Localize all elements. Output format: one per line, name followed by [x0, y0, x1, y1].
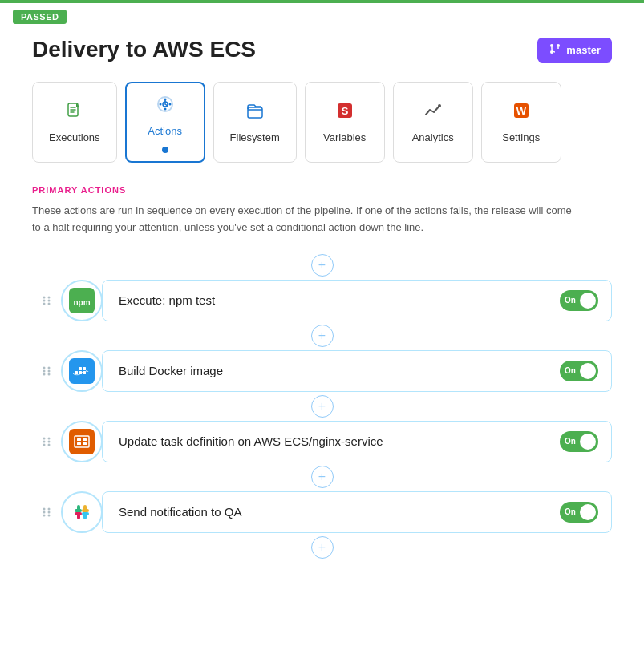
- tab-settings[interactable]: W Settings: [481, 82, 561, 163]
- svg-rect-33: [79, 367, 82, 370]
- variables-icon: S: [335, 101, 354, 125]
- action-row-4: Send notification to QA On: [32, 490, 612, 535]
- docker-icon: [69, 358, 95, 384]
- tab-executions-label: Executions: [49, 131, 100, 143]
- tab-settings-label: Settings: [502, 131, 540, 143]
- ecs-icon: [69, 429, 95, 454]
- primary-actions-desc: These actions are run in sequence on eve…: [32, 203, 577, 236]
- toggle-1[interactable]: On: [560, 290, 598, 311]
- svg-point-23: [43, 366, 46, 369]
- svg-point-7: [159, 103, 161, 106]
- action-card-4[interactable]: Send notification to QA On: [102, 491, 612, 533]
- tab-variables[interactable]: S Variables: [305, 82, 385, 163]
- svg-point-39: [43, 443, 46, 446]
- tab-variables-label: Variables: [323, 131, 366, 143]
- branch-badge[interactable]: master: [537, 38, 612, 63]
- filesystem-icon: [245, 101, 265, 125]
- action-row-3: Update task definition on AWS ECS/nginx-…: [32, 419, 612, 464]
- svg-point-1: [557, 44, 560, 47]
- svg-point-65: [83, 512, 87, 515]
- svg-point-12: [438, 104, 441, 107]
- action-icon-2: [61, 350, 103, 392]
- add-action-button-0[interactable]: +: [311, 254, 334, 277]
- analytics-icon: [423, 101, 443, 125]
- svg-point-16: [48, 296, 51, 298]
- tab-analytics[interactable]: Analytics: [393, 82, 473, 163]
- drag-handle-3[interactable]: [32, 419, 61, 464]
- tab-filesystem-label: Filesystem: [230, 131, 280, 143]
- svg-rect-32: [83, 371, 86, 374]
- svg-point-15: [43, 296, 46, 298]
- action-icon-3: [61, 421, 103, 462]
- toggle-knob-2: [580, 363, 596, 379]
- action-card-3[interactable]: Update task definition on AWS ECS/nginx-…: [102, 421, 612, 462]
- svg-point-40: [48, 443, 51, 446]
- svg-point-62: [77, 512, 80, 515]
- passed-badge: PASSED: [13, 10, 67, 24]
- toggle-3[interactable]: On: [560, 431, 598, 452]
- tab-actions[interactable]: Actions: [125, 82, 205, 163]
- toggle-2[interactable]: On: [560, 361, 598, 381]
- action-icon-4: [61, 491, 103, 533]
- svg-rect-46: [83, 442, 87, 445]
- svg-point-6: [164, 108, 166, 111]
- primary-actions-title: PRIMARY ACTIONS: [32, 185, 612, 195]
- tab-executions[interactable]: Executions: [32, 82, 117, 163]
- toggle-knob-4: [580, 504, 596, 520]
- add-action-button-4[interactable]: +: [311, 536, 334, 559]
- toggle-label-2: On: [565, 366, 576, 375]
- action-card-2[interactable]: Build Docker image On: [102, 350, 612, 392]
- add-action-button-3[interactable]: +: [311, 466, 334, 488]
- toggle-label-3: On: [565, 437, 576, 446]
- svg-point-37: [43, 440, 46, 442]
- action-name-1: Execute: npm test: [119, 293, 215, 307]
- svg-point-28: [48, 373, 51, 375]
- svg-point-48: [48, 507, 51, 510]
- toggle-knob-3: [580, 434, 596, 450]
- drag-handle-2[interactable]: [32, 349, 61, 394]
- svg-rect-53: [71, 501, 93, 523]
- drag-handle-1[interactable]: [32, 278, 61, 323]
- svg-point-26: [48, 369, 51, 372]
- add-action-button-2[interactable]: +: [311, 395, 334, 418]
- active-tab-indicator: [162, 147, 168, 153]
- settings-icon: W: [512, 101, 531, 125]
- top-progress-bar: [0, 0, 644, 3]
- svg-point-47: [43, 507, 46, 510]
- drag-handle-4[interactable]: [32, 490, 61, 535]
- tab-filesystem[interactable]: Filesystem: [213, 82, 297, 163]
- svg-point-5: [164, 99, 166, 101]
- toggle-4[interactable]: On: [560, 502, 598, 523]
- svg-point-49: [43, 511, 46, 513]
- action-name-3: Update task definition on AWS ECS/nginx-…: [119, 434, 383, 448]
- svg-rect-41: [71, 430, 93, 453]
- slack-icon: [69, 499, 95, 525]
- action-row-2: Build Docker image On: [32, 349, 612, 394]
- add-action-button-1[interactable]: +: [311, 325, 334, 347]
- svg-rect-44: [83, 438, 87, 441]
- svg-point-17: [43, 299, 46, 301]
- svg-rect-43: [77, 438, 81, 441]
- page-title: Delivery to AWS ECS: [32, 37, 256, 63]
- action-card-1[interactable]: Execute: npm test On: [102, 280, 612, 321]
- toggle-label-4: On: [565, 507, 576, 516]
- npm-icon: npm: [69, 288, 95, 313]
- svg-point-51: [43, 514, 46, 516]
- svg-point-19: [43, 302, 46, 305]
- svg-point-56: [77, 509, 80, 512]
- svg-point-50: [48, 511, 51, 513]
- svg-point-0: [550, 44, 553, 47]
- svg-point-52: [48, 514, 51, 516]
- tab-analytics-label: Analytics: [412, 131, 454, 143]
- svg-text:npm: npm: [73, 298, 90, 307]
- tab-actions-label: Actions: [148, 125, 182, 137]
- actions-list: + npm Execute: npm test On +: [32, 252, 612, 560]
- svg-rect-34: [83, 367, 86, 370]
- executions-icon: [65, 101, 84, 125]
- toggle-label-1: On: [565, 296, 576, 305]
- actions-icon: [156, 95, 175, 119]
- svg-text:W: W: [516, 105, 527, 117]
- toggle-knob-1: [580, 293, 596, 309]
- svg-point-27: [43, 373, 46, 375]
- action-row-1: npm Execute: npm test On: [32, 278, 612, 323]
